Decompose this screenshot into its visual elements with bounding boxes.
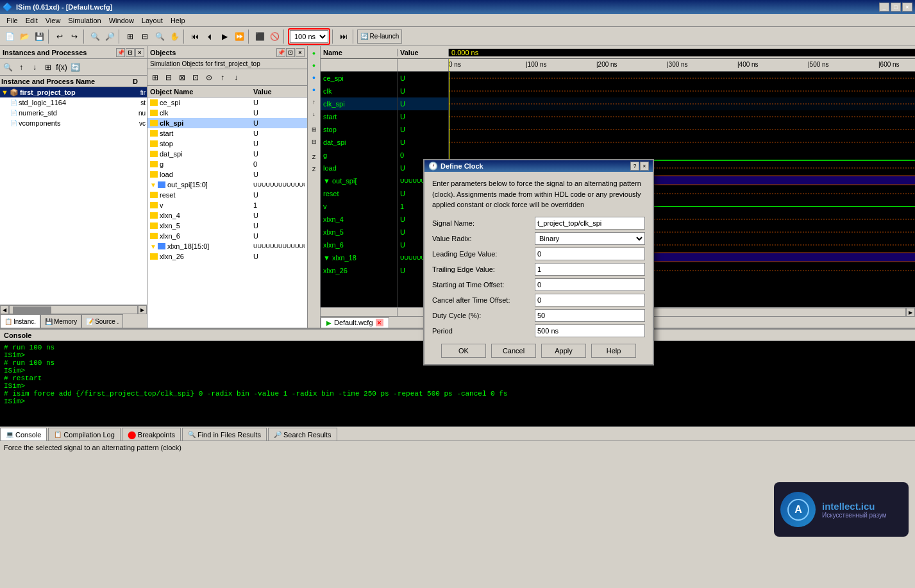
menu-file[interactable]: File bbox=[3, 15, 22, 26]
obj-row-out-spi[interactable]: ▼ out_spi[15:0] UUUUUUUUUUUUUUUU bbox=[147, 180, 307, 190]
obj-row-xlxn4[interactable]: xlxn_4 U bbox=[147, 210, 307, 221]
ctab-search-results[interactable]: 🔎 Search Results bbox=[268, 428, 337, 441]
obj-row-xlxn6[interactable]: xlxn_6 U bbox=[147, 231, 307, 241]
obj-row-load[interactable]: load U bbox=[147, 169, 307, 180]
inst-scroll-left[interactable]: ◀ bbox=[0, 305, 9, 314]
inst-scroll-thumb[interactable] bbox=[13, 307, 51, 314]
menu-window[interactable]: Window bbox=[105, 15, 138, 26]
obj-row-xlxn26[interactable]: xlxn_26 U bbox=[147, 251, 307, 262]
obj-row-g[interactable]: g 0 bbox=[147, 159, 307, 169]
field-period-input[interactable] bbox=[535, 324, 645, 337]
ctab-compilation-log[interactable]: 📋 Compilation Log bbox=[48, 428, 121, 441]
obj-tb-btn2[interactable]: ⊟ bbox=[162, 71, 175, 84]
side-btn-7[interactable]: ⊞ bbox=[308, 124, 320, 135]
obj-tb-btn3[interactable]: ⊠ bbox=[176, 71, 189, 84]
field-value-radix-select[interactable]: Binary Hexadecimal Octal Unsigned Decima… bbox=[535, 232, 645, 245]
ctab-breakpoints[interactable]: ⬤ Breakpoints bbox=[122, 428, 181, 441]
field-signal-name-input[interactable] bbox=[535, 217, 645, 230]
tb-open[interactable]: 📂 bbox=[17, 29, 31, 44]
side-btn-6[interactable]: ↓ bbox=[308, 108, 320, 120]
tb-relaunch[interactable]: 🔄 Re-launch bbox=[357, 29, 402, 44]
inst-row-numeric-std[interactable]: 📄 numeric_std nu bbox=[0, 108, 147, 118]
obj-row-dat-spi[interactable]: dat_spi U bbox=[147, 149, 307, 159]
inst-tb-btn4[interactable]: ⊞ bbox=[42, 61, 55, 74]
tb-zoom-sel[interactable]: 🔍 bbox=[153, 29, 167, 44]
inst-tb-btn2[interactable]: ↑ bbox=[15, 61, 28, 74]
side-btn-1[interactable]: ● bbox=[308, 47, 320, 59]
obj-tb-btn6[interactable]: ↑ bbox=[216, 71, 229, 84]
obj-row-xlxn18[interactable]: ▼ xlxn_18[15:0] UUUUUUUUUUUUUUUU bbox=[147, 241, 307, 251]
tb-step-back[interactable]: ⏴ bbox=[203, 29, 217, 44]
side-btn-3[interactable]: ● bbox=[308, 72, 320, 83]
objects-float-btn[interactable]: ⊡ bbox=[286, 48, 295, 57]
tb-zoom-fit[interactable]: ⊞ bbox=[123, 29, 137, 44]
objects-pin-btn[interactable]: 📌 bbox=[276, 48, 285, 57]
tb-bp-clear[interactable]: 🚫 bbox=[267, 29, 281, 44]
tb-undo[interactable]: ↩ bbox=[53, 29, 67, 44]
wv-active-file-tab[interactable]: ▶ Default.wcfg × bbox=[321, 317, 389, 328]
obj-row-start[interactable]: start U bbox=[147, 128, 307, 139]
inst-row-first-project-top[interactable]: ▼ 📦 first_project_top fir bbox=[0, 87, 147, 97]
tb-find[interactable]: 🔍 bbox=[88, 29, 102, 44]
side-btn-2[interactable]: ● bbox=[308, 60, 320, 71]
menu-edit[interactable]: Edit bbox=[22, 15, 42, 26]
wv-file-tab-close[interactable]: × bbox=[376, 319, 383, 326]
field-trailing-edge-input[interactable] bbox=[535, 263, 645, 276]
inst-row-vcomponents[interactable]: 📄 vcomponents vc bbox=[0, 118, 147, 128]
field-cancel-offset-input[interactable] bbox=[535, 294, 645, 307]
dialog-apply-btn[interactable]: Apply bbox=[541, 344, 586, 358]
field-starting-offset-input[interactable] bbox=[535, 278, 645, 291]
tb-new[interactable]: 📄 bbox=[3, 29, 17, 44]
objects-close-btn[interactable]: × bbox=[296, 48, 305, 57]
ctab-console[interactable]: 💻 Console bbox=[0, 428, 47, 441]
obj-tb-btn1[interactable]: ⊞ bbox=[149, 71, 162, 84]
inst-tb-btn5[interactable]: f(x) bbox=[55, 61, 68, 74]
tb-restart[interactable]: ⏮ bbox=[188, 29, 202, 44]
obj-row-ce-spi[interactable]: ce_spi U bbox=[147, 97, 307, 108]
obj-tb-btn4[interactable]: ⊡ bbox=[189, 71, 202, 84]
menu-help[interactable]: Help bbox=[167, 15, 189, 26]
field-leading-edge-input[interactable] bbox=[535, 248, 645, 260]
wv-scroll-right-btn[interactable]: ▶ bbox=[906, 308, 915, 317]
obj-row-stop[interactable]: stop U bbox=[147, 139, 307, 149]
dialog-cancel-btn[interactable]: Cancel bbox=[491, 344, 536, 358]
tb-zoom-in[interactable]: 🔎 bbox=[103, 29, 117, 44]
obj-row-reset[interactable]: reset U bbox=[147, 190, 307, 200]
menu-view[interactable]: View bbox=[42, 15, 65, 26]
inst-scroll-right[interactable]: ▶ bbox=[138, 305, 147, 314]
tb-skip-to-end[interactable]: ⏭ bbox=[337, 29, 351, 44]
dialog-help-btn[interactable]: ? bbox=[630, 162, 639, 171]
run-time-combo[interactable]: 100 ns 1 us 10 us 1 ms bbox=[290, 30, 328, 43]
field-duty-cycle-input[interactable] bbox=[535, 309, 645, 322]
tab-source[interactable]: 📝 Source . bbox=[81, 314, 123, 328]
instances-close-btn[interactable]: × bbox=[135, 48, 144, 57]
inst-tb-btn1[interactable]: 🔍 bbox=[1, 61, 14, 74]
close-button[interactable]: × bbox=[902, 3, 912, 12]
minimize-button[interactable]: _ bbox=[879, 3, 889, 12]
menu-simulation[interactable]: Simulation bbox=[64, 15, 105, 26]
side-btn-8[interactable]: ⊟ bbox=[308, 136, 320, 147]
side-btn-9[interactable]: Z bbox=[308, 151, 320, 163]
menu-layout[interactable]: Layout bbox=[138, 15, 167, 26]
side-btn-10[interactable]: Z bbox=[308, 164, 320, 175]
tb-pan[interactable]: ✋ bbox=[167, 29, 181, 44]
tb-save[interactable]: 💾 bbox=[32, 29, 46, 44]
dialog-ok-btn[interactable]: OK bbox=[441, 344, 486, 358]
instances-pin-btn[interactable]: 📌 bbox=[116, 48, 125, 57]
side-btn-5[interactable]: ↑ bbox=[308, 96, 320, 108]
dialog-help-dialog-btn[interactable]: Help bbox=[591, 344, 636, 358]
ctab-find-results[interactable]: 🔍 Find in Files Results bbox=[182, 428, 267, 441]
tb-run[interactable]: ▶ bbox=[217, 29, 231, 44]
maximize-button[interactable]: □ bbox=[891, 3, 901, 12]
tb-zoom-all[interactable]: ⊟ bbox=[138, 29, 152, 44]
inst-tb-btn3[interactable]: ↓ bbox=[28, 61, 41, 74]
instances-float-btn[interactable]: ⊡ bbox=[126, 48, 135, 57]
obj-row-clk-spi[interactable]: clk_spi U bbox=[147, 118, 307, 128]
tb-step[interactable]: ⏩ bbox=[232, 29, 246, 44]
dialog-close-btn[interactable]: × bbox=[640, 162, 649, 171]
side-btn-4[interactable]: ● bbox=[308, 84, 320, 96]
obj-tb-btn7[interactable]: ↓ bbox=[230, 71, 242, 84]
tb-bp-toggle[interactable]: ⬛ bbox=[253, 29, 267, 44]
tab-memory[interactable]: 💾 Memory bbox=[40, 314, 81, 328]
inst-tb-btn6[interactable]: 🔄 bbox=[69, 61, 81, 74]
